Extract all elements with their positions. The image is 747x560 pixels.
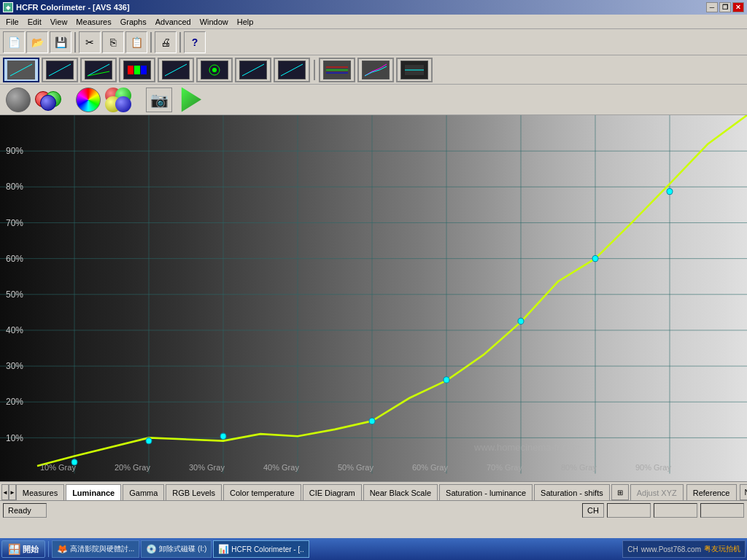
svg-text:70%: 70% [6,217,23,228]
chart-svg: 10% 20% 30% 40% 50% 60% 70% 80% 90% 10% … [0,115,747,481]
svg-text:90%: 90% [6,146,23,156]
open-file-button[interactable]: 📂 [26,31,48,53]
taskbar-item-3[interactable]: 📊 HCFR Colorimeter - [.. [213,540,309,558]
color-spheres2-button[interactable] [105,88,142,112]
svg-line-1 [49,64,71,76]
tab-measures[interactable]: Measures [16,484,64,500]
svg-text:60% Gray: 60% Gray [412,463,448,472]
help-button[interactable]: ? [184,31,206,53]
color-spheres-button[interactable] [35,88,71,112]
adjust-xyz-icon[interactable]: ⊞ [611,484,629,500]
svg-point-36 [146,438,152,443]
color-wheel-button[interactable] [76,88,101,112]
svg-text:10% Gray: 10% Gray [40,463,76,472]
tab-color-temperature[interactable]: Color temperature [223,484,301,500]
svg-point-42 [667,188,673,194]
separator-2 [150,32,152,52]
svg-text:20% Gray: 20% Gray [115,463,150,472]
toolbar-standard: 📄 📂 💾 ✂ ⎘ 📋 🖨 ? [0,29,747,55]
status-ready: Ready [3,503,47,518]
screen-btn-11[interactable] [396,58,433,82]
menu-measures[interactable]: Measures [71,16,115,28]
tray-ch: CH [627,545,638,553]
svg-text:30%: 30% [6,361,23,371]
menu-view[interactable]: View [46,16,72,28]
tab-scroll-left[interactable]: ◄ [1,484,9,500]
screen-btn-3[interactable] [80,58,117,82]
menu-graphs[interactable]: Graphs [116,16,151,28]
save-button[interactable]: 💾 [50,31,71,53]
cut-button[interactable]: ✂ [79,31,101,53]
svg-text:90% Gray: 90% Gray [635,463,671,472]
screen-btn-1[interactable] [3,58,39,82]
screen-btn-8[interactable] [274,58,310,82]
tab-luminance[interactable]: Luminance [66,484,121,500]
start-button[interactable]: 🪟 開始 [1,540,45,558]
separator-1 [74,32,76,52]
tab-gamma[interactable]: Gamma [123,484,164,500]
menu-advanced[interactable]: Advanced [151,16,196,28]
restore-button[interactable]: ❐ [719,2,731,12]
separator-3 [179,32,181,52]
minimize-button[interactable]: ─ [706,2,718,12]
taskbar-item-1[interactable]: 🦊 高清影院與硬體討... [52,540,139,558]
title-bar: ◈ HCFR Colorimeter - [AVS 436] ─ ❐ ✕ [0,0,747,15]
taskbar-item-2[interactable]: 💿 卸除式磁碟 (I:) [141,540,212,558]
status-bar: Ready CH [0,500,747,519]
svg-text:80%: 80% [6,182,23,192]
new-file-button[interactable]: 📄 [3,31,25,53]
svg-rect-4 [128,66,133,74]
sphere-gray-button[interactable] [6,88,31,112]
copy-button[interactable]: ⎘ [102,31,124,53]
svg-line-10 [242,64,264,76]
close-button[interactable]: ✕ [732,2,744,12]
svg-text:80% Gray: 80% Gray [561,463,597,472]
num-indicator: NUM [740,484,748,500]
svg-text:60%: 60% [6,254,23,264]
svg-line-2 [88,64,109,76]
tab-reference[interactable]: Reference [686,484,737,500]
menu-help[interactable]: Help [233,16,258,28]
svg-point-41 [592,255,598,261]
screen-btn-10[interactable] [357,58,394,82]
menu-file[interactable]: File [1,16,23,28]
play-button[interactable] [177,88,201,112]
menu-window[interactable]: Window [196,16,233,28]
svg-text:50% Gray: 50% Gray [338,463,374,472]
svg-line-0 [10,64,32,76]
taskbar-separator [48,541,49,557]
screen-btn-2[interactable] [42,58,78,82]
tab-saturation-shifts[interactable]: Saturation - shifts [534,484,610,500]
svg-text:30% Gray: 30% Gray [189,463,225,472]
camera-button[interactable]: 📷 [146,88,172,112]
tab-scroll-right[interactable]: ► [9,484,16,500]
status-blank2 [654,503,697,518]
app-icon: ◈ [3,2,13,12]
svg-point-38 [369,418,375,424]
separator-4 [314,60,315,80]
svg-text:www.homecinema-fr.com: www.homecinema-fr.com [473,442,580,453]
menu-edit[interactable]: Edit [23,16,46,28]
paste-button[interactable]: 📋 [125,31,147,53]
status-channel: CH [582,503,604,518]
svg-text:10%: 10% [6,432,23,443]
tab-cie-diagram[interactable]: CIE Diagram [303,484,362,500]
svg-text:50%: 50% [6,289,23,300]
tab-saturation-luminance[interactable]: Saturation - luminance [439,484,533,500]
chart-container: 10% 20% 30% 40% 50% 60% 70% 80% 90% 10% … [0,115,747,481]
tab-rgb-levels[interactable]: RGB Levels [166,484,222,500]
toolbar-actions: 📷 [0,85,747,115]
screen-btn-7[interactable] [235,58,271,82]
status-blank3 [700,503,744,518]
tab-adjust-xyz[interactable]: Adjust XYZ [630,484,684,500]
print-button[interactable]: 🖨 [155,31,177,53]
screen-btn-4[interactable] [119,58,155,82]
svg-line-7 [165,64,187,76]
system-tray: CH www.Post768.com 粤友玩拍机 [622,540,746,558]
screen-btn-6[interactable] [196,58,233,82]
screen-btn-5[interactable] [158,58,194,82]
svg-line-3 [88,71,109,76]
tab-near-black[interactable]: Near Black Scale [363,484,438,500]
screen-btn-9[interactable] [319,58,355,82]
svg-text:70% Gray: 70% Gray [487,463,522,472]
